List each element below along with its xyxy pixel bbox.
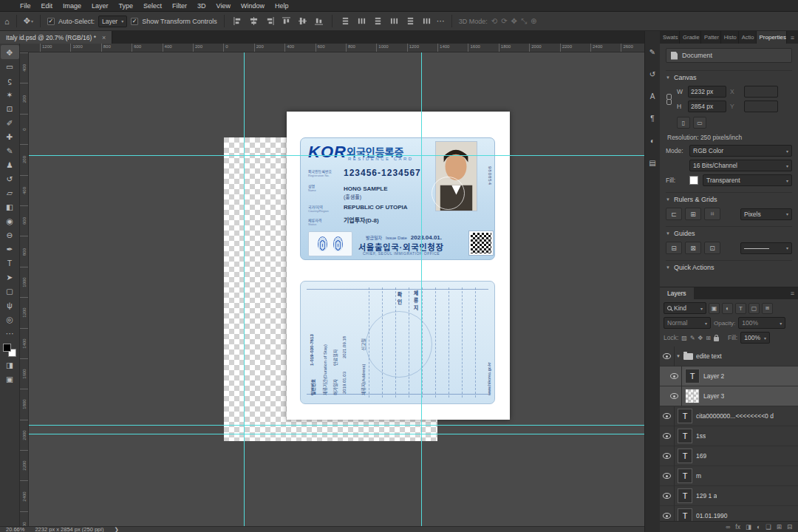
visibility-toggle[interactable] — [660, 426, 675, 446]
layer-row[interactable]: T 169 — [660, 446, 798, 466]
clone-stamp-tool[interactable]: ♟ — [1, 157, 19, 171]
align-right-button[interactable] — [264, 15, 276, 28]
filter-shape-layers-icon[interactable]: ▢ — [748, 303, 760, 314]
color-swatches[interactable] — [2, 343, 17, 358]
portrait-orientation-button[interactable]: ▯ — [677, 117, 690, 129]
brush-settings-panel-icon[interactable]: ✎ — [647, 46, 659, 58]
layer-row-group[interactable]: ▼ edite text — [660, 347, 798, 366]
layer-row[interactable]: T Layer 2 — [660, 366, 798, 386]
x-input[interactable] — [744, 86, 778, 98]
visibility-toggle[interactable] — [660, 486, 675, 506]
hand-tool[interactable]: ψ — [1, 298, 19, 312]
distribute-center-button[interactable] — [404, 15, 417, 28]
filter-kind-dropdown[interactable]: Kind▾ — [664, 302, 706, 314]
width-input[interactable] — [688, 86, 726, 98]
color-mode-dropdown[interactable]: RGB Color▾ — [689, 145, 792, 157]
panel-tab[interactable]: Histo — [721, 31, 739, 44]
guides-section-header[interactable]: ▼Guides — [666, 226, 792, 240]
adjustment-layer-icon[interactable]: ◐ — [757, 523, 760, 531]
paragraph-panel-icon[interactable]: ¶ — [647, 112, 659, 125]
lock-artboard-icon[interactable]: ⊞ — [706, 335, 711, 341]
height-input[interactable] — [688, 100, 726, 112]
opacity-dropdown[interactable]: 100%▾ — [738, 317, 785, 329]
tab-layers[interactable]: Layers — [660, 287, 694, 299]
lock-pixels-icon[interactable]: ✎ — [690, 335, 695, 341]
zoom-tool[interactable]: ◎ — [1, 312, 19, 326]
filter-smart-objects-icon[interactable]: ⧈ — [762, 303, 773, 314]
healing-brush-tool[interactable]: ✚ — [1, 129, 19, 143]
distribute-right-button[interactable] — [420, 15, 433, 28]
lock-all-icon[interactable] — [714, 337, 719, 341]
edit-toolbar-icon[interactable]: ⋯ — [1, 326, 19, 340]
visibility-toggle[interactable] — [667, 386, 682, 406]
menu-item[interactable]: File — [15, 0, 36, 12]
link-dimensions-icon[interactable] — [666, 94, 672, 105]
fill-dropdown[interactable]: Transparent▾ — [703, 174, 792, 186]
lock-transparency-icon[interactable]: ▨ — [681, 335, 687, 341]
layer-row[interactable]: T m — [660, 466, 798, 486]
menu-item[interactable]: Filter — [167, 0, 192, 12]
guide-horizontal[interactable] — [29, 434, 644, 434]
quick-actions-section-header[interactable]: ▼Quick Actions — [666, 260, 792, 274]
panel-tab[interactable]: Actio — [739, 31, 757, 44]
canvas-section-header[interactable]: ▼Canvas — [666, 70, 792, 84]
type-tool[interactable]: T — [1, 256, 19, 270]
clear-guides-button[interactable]: ⊡ — [704, 242, 720, 254]
home-icon[interactable]: ⌂ — [4, 17, 10, 26]
quick-mask-tool[interactable]: ◨ — [1, 358, 19, 372]
toggle-rulers-button[interactable]: ⊏ — [666, 208, 682, 220]
properties-target[interactable]: Document — [666, 48, 792, 63]
guide-horizontal[interactable] — [29, 155, 644, 156]
canvas-area[interactable]: KOR 외국인등록증 RESIDENCE CARD 980854 외국인등록번호… — [29, 52, 644, 526]
panel-tab[interactable]: Patter — [701, 31, 721, 44]
panel-tab[interactable]: Gradie — [680, 31, 701, 44]
align-middle-v-button[interactable] — [296, 15, 309, 28]
guide-horizontal[interactable] — [29, 425, 644, 426]
align-bottom-button[interactable] — [313, 15, 325, 28]
panel-tab[interactable]: Swats — [660, 31, 680, 44]
menu-item[interactable]: Layer — [86, 0, 114, 12]
guide-vertical[interactable] — [421, 52, 422, 526]
new-group-icon[interactable]: ❑ — [765, 523, 771, 531]
layer-effects-icon[interactable]: fx — [735, 523, 740, 531]
visibility-toggle[interactable] — [660, 446, 675, 466]
eyedropper-tool[interactable]: ✐ — [1, 115, 19, 129]
menu-item[interactable]: Image — [58, 0, 86, 12]
menu-item[interactable]: View — [211, 0, 236, 12]
blur-tool[interactable]: ◉ — [1, 214, 19, 228]
menu-item[interactable]: Edit — [36, 0, 58, 12]
auto-select-checkbox[interactable] — [47, 18, 55, 25]
crop-tool[interactable]: ⊡ — [1, 101, 19, 115]
align-top-button[interactable] — [280, 15, 293, 28]
blend-mode-dropdown[interactable]: Normal▾ — [664, 317, 711, 329]
panel-menu-icon[interactable]: ≡ — [787, 31, 798, 44]
menu-item[interactable]: Help — [270, 0, 294, 12]
filter-type-layers-icon[interactable]: T — [735, 303, 746, 314]
layer-row[interactable]: T cita0000000...<<<<<<<<0 d — [660, 406, 798, 426]
gradient-tool[interactable]: ◧ — [1, 200, 19, 214]
tool-preset-icon[interactable]: ✥▾ — [24, 16, 33, 26]
layers-fill-dropdown[interactable]: 100%▾ — [740, 332, 770, 344]
libraries-panel-icon[interactable]: ▤ — [647, 157, 659, 169]
fill-swatch[interactable] — [689, 176, 698, 185]
distribute-middle-button[interactable] — [355, 15, 368, 28]
eraser-tool[interactable]: ▱ — [1, 185, 19, 200]
layer-row[interactable]: Layer 3 — [660, 386, 798, 406]
units-dropdown[interactable]: Pixels▾ — [740, 208, 792, 220]
close-tab-icon[interactable]: × — [102, 34, 106, 41]
y-input[interactable] — [744, 100, 778, 112]
menu-item[interactable]: Window — [236, 0, 270, 12]
toggle-snap-button[interactable]: ⌗ — [704, 208, 720, 220]
toggle-grid-button[interactable]: ⊞ — [685, 208, 701, 220]
adjustments-panel-icon[interactable]: ◐ — [647, 134, 659, 147]
visibility-toggle[interactable] — [660, 466, 675, 486]
toggle-guides-button[interactable]: ⊟ — [666, 242, 682, 254]
brush-tool[interactable]: ✎ — [1, 143, 19, 157]
history-panel-icon[interactable]: ↺ — [647, 68, 659, 81]
distribute-bottom-button[interactable] — [372, 15, 384, 28]
path-selection-tool[interactable]: ➤ — [1, 270, 19, 284]
zoom-level[interactable]: 20.66% — [6, 527, 24, 532]
align-center-h-button[interactable] — [248, 15, 260, 28]
more-align-options-icon[interactable]: ⋯ — [437, 16, 445, 26]
visibility-toggle[interactable] — [660, 406, 675, 426]
